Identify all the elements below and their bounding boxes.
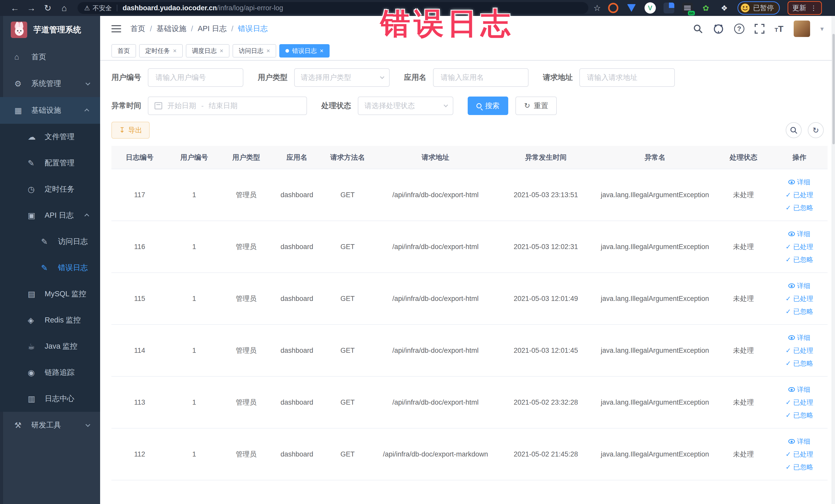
error-log-table: 日志编号 用户编号 用户类型 应用名 请求方法名 请求地址 异常发生时间 异常名… (111, 146, 828, 480)
fullscreen-icon[interactable] (755, 24, 765, 34)
security-label: 不安全 (93, 4, 111, 12)
sidebar-item-dev-tools[interactable]: ⚒ 研发工具 (0, 412, 100, 439)
close-icon[interactable]: × (173, 47, 177, 55)
gear-icon: ⚙ (14, 79, 26, 88)
font-size-icon[interactable]: TT (775, 24, 783, 34)
page-scrollbar[interactable] (832, 16, 835, 504)
browser-home-icon[interactable]: ⌂ (56, 3, 73, 13)
sidebar-item-infrastructure[interactable]: ▦ 基础设施 (0, 97, 100, 124)
sidebar-item-file-management[interactable]: ☁ 文件管理 (0, 124, 100, 150)
col-time: 异常发生时间 (498, 146, 594, 169)
reset-button[interactable]: ↻ 重置 (515, 97, 557, 115)
security-warning[interactable]: ⚠ 不安全 (84, 4, 111, 12)
tab-home[interactable]: 首页 (111, 44, 136, 58)
avatar[interactable] (794, 21, 810, 37)
chevron-down-icon (444, 103, 448, 107)
hamburger-icon[interactable] (111, 23, 121, 35)
chevron-down-icon (85, 422, 90, 427)
filter-row-2: 异常时间 开始日期 - 结束日期 处理状态 请选择处理状态 搜索 (100, 97, 835, 115)
user-type-select[interactable]: 请选择用户类型 (294, 68, 390, 87)
refresh-table-button[interactable]: ↻ (808, 122, 824, 138)
sidebar-item-config-management[interactable]: ✎ 配置管理 (0, 150, 100, 176)
mark-ignored-link[interactable]: ✓已忽略 (771, 409, 828, 422)
sidebar: 芋道管理系统 ⌂ 首页 ⚙ 系统管理 ▦ 基础设施 ☁ 文件管理 ✎ 配置管理 (0, 16, 100, 504)
process-status-select[interactable]: 请选择处理状态 (358, 97, 453, 115)
close-icon[interactable]: × (220, 47, 223, 55)
mark-ignored-link[interactable]: ✓已忽略 (771, 357, 828, 370)
sidebar-item-log-center[interactable]: ▥ 日志中心 (0, 386, 100, 412)
extension-orange-icon[interactable] (608, 3, 618, 13)
cell-user-type: 管理员 (221, 377, 272, 428)
browser-back-icon[interactable]: ← (7, 3, 23, 13)
sidebar-item-redis-monitor[interactable]: ◈ Redis 监控 (0, 307, 100, 333)
browser-menu-icon[interactable]: ⋮ (810, 4, 817, 12)
profile-paused-badge[interactable]: 已暂停 (737, 1, 780, 15)
mark-processed-link[interactable]: ✓已处理 (771, 240, 828, 253)
table-row: 114 1 管理员 dashboard GET /api/infra/db-do… (111, 324, 828, 377)
mark-ignored-link[interactable]: ✓已忽略 (771, 253, 828, 266)
extension-leaf-icon[interactable]: ✿ (700, 3, 711, 13)
extension-tampermonkey-icon[interactable]: on (682, 3, 693, 13)
cell-status: 未处理 (716, 324, 771, 377)
user-id-input[interactable] (148, 68, 243, 87)
sidebar-item-scheduled-tasks[interactable]: ◷ 定时任务 (0, 176, 100, 202)
annotation-stamp: 错误日志 (381, 4, 514, 44)
breadcrumb-infrastructure[interactable]: 基础设施 (157, 24, 186, 34)
sidebar-item-trace[interactable]: ◉ 链路追踪 (0, 360, 100, 386)
close-icon[interactable]: × (266, 47, 270, 55)
mark-processed-link[interactable]: ✓已处理 (771, 396, 828, 409)
mark-processed-link[interactable]: ✓已处理 (771, 344, 828, 357)
detail-link[interactable]: 详细 (771, 176, 828, 188)
detail-link[interactable]: 详细 (771, 227, 828, 240)
avatar-caret-icon[interactable]: ▾ (820, 25, 824, 33)
breadcrumb-home[interactable]: 首页 (130, 24, 145, 34)
detail-link[interactable]: 详细 (771, 331, 828, 344)
tab-scheduled-tasks[interactable]: 定时任务× (139, 44, 183, 58)
tab-access-logs[interactable]: 访问日志× (232, 44, 276, 58)
sidebar-item-java-monitor[interactable]: ☕ Java 监控 (0, 333, 100, 360)
breadcrumb-error-logs[interactable]: 错误日志 (238, 24, 268, 34)
sidebar-item-api-logs[interactable]: ▣ API 日志 (0, 202, 100, 228)
sidebar-item-mysql-monitor[interactable]: ▤ MySQL 监控 (0, 281, 100, 307)
search-button[interactable]: 搜索 (468, 97, 508, 115)
browser-update-button[interactable]: 更新 ⋮ (788, 1, 822, 15)
extension-grid-icon[interactable] (664, 3, 674, 13)
bookmark-star-icon[interactable]: ☆ (593, 3, 601, 13)
mark-ignored-link[interactable]: ✓已忽略 (771, 461, 828, 473)
mark-processed-link[interactable]: ✓已处理 (771, 448, 828, 461)
close-icon[interactable]: × (320, 47, 323, 55)
request-url-input[interactable] (579, 68, 675, 87)
logo[interactable]: 芋道管理系统 (0, 16, 100, 44)
browser-forward-icon[interactable]: → (23, 3, 40, 13)
extension-vue-devtools-icon[interactable]: V (645, 2, 656, 14)
tab-schedule-logs[interactable]: 调度日志× (186, 44, 229, 58)
detail-link[interactable]: 详细 (771, 279, 828, 292)
tab-error-logs[interactable]: 错误日志× (279, 44, 330, 58)
github-icon[interactable] (713, 24, 724, 34)
cell-url: /api/infra/db-doc/export-html (373, 169, 498, 221)
app-name-input[interactable] (433, 68, 529, 87)
mark-ignored-link[interactable]: ✓已忽略 (771, 201, 828, 214)
sidebar-item-access-logs[interactable]: ✎ 访问日志 (0, 228, 100, 255)
detail-link[interactable]: 详细 (771, 435, 828, 448)
search-icon[interactable] (693, 24, 703, 34)
toggle-search-button[interactable] (786, 122, 802, 138)
sidebar-item-system-management[interactable]: ⚙ 系统管理 (0, 70, 100, 97)
extension-shield-icon[interactable] (626, 3, 637, 13)
sidebar-item-home[interactable]: ⌂ 首页 (0, 44, 100, 70)
browser-reload-icon[interactable]: ↻ (40, 3, 56, 13)
sidebar-item-error-logs[interactable]: ✎ 错误日志 (0, 255, 100, 281)
detail-link[interactable]: 详细 (771, 383, 828, 396)
mark-processed-link[interactable]: ✓已处理 (771, 188, 828, 201)
extensions-puzzle-icon[interactable]: ❖ (719, 3, 730, 13)
cloud-upload-icon: ☁ (28, 132, 39, 142)
help-icon[interactable]: ? (734, 24, 745, 34)
scrollbar-thumb[interactable] (832, 34, 835, 144)
mark-ignored-link[interactable]: ✓已忽略 (771, 305, 828, 318)
error-log-icon: ✎ (41, 263, 53, 273)
breadcrumb-api-logs[interactable]: API 日志 (198, 24, 227, 34)
export-button[interactable]: ↧ 导出 (111, 122, 150, 139)
mark-processed-link[interactable]: ✓已处理 (771, 292, 828, 305)
exception-time-range-picker[interactable]: 开始日期 - 结束日期 (148, 97, 307, 115)
user-id-label: 用户编号 (111, 73, 141, 83)
